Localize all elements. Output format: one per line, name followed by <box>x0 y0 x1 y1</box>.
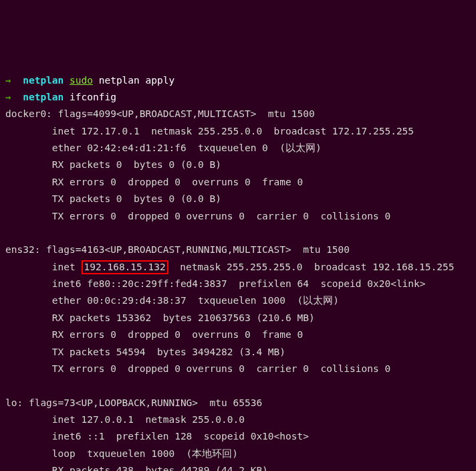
iface-docker0-inet: inet 172.17.0.1 netmask 255.255.0.0 broa… <box>5 123 471 140</box>
terminal-output[interactable]: → netplan sudo netplan apply→ netplan if… <box>5 72 471 472</box>
prompt-arrow: → <box>5 92 11 102</box>
iface-ens32-tx-errors: TX errors 0 dropped 0 overruns 0 carrier… <box>5 361 471 377</box>
inet-suffix: netmask 255.255.255.0 broadcast 192.168.… <box>168 262 455 272</box>
iface-lo-inet6: inet6 ::1 prefixlen 128 scopeid 0x10<hos… <box>5 428 471 445</box>
blank-line <box>5 377 471 394</box>
prompt-line-1: → netplan sudo netplan apply <box>5 72 471 89</box>
iface-lo-header: lo: flags=73<UP,LOOPBACK,RUNNING> mtu 65… <box>5 395 471 411</box>
sudo-label: sudo <box>70 75 93 86</box>
blank-line <box>5 225 471 242</box>
command-text: ifconfig <box>70 92 116 102</box>
prompt-context: netplan <box>23 92 64 102</box>
iface-lo-loop: loop txqueuelen 1000 (本地环回) <box>5 446 471 462</box>
highlighted-ip: 192.168.15.132 <box>82 260 168 274</box>
iface-docker0-tx-packets: TX packets 0 bytes 0 (0.0 B) <box>5 191 471 207</box>
iface-docker0-rx-packets: RX packets 0 bytes 0 (0.0 B) <box>5 157 471 173</box>
iface-lo-rx-packets: RX packets 438 bytes 44289 (44.2 KB) <box>5 462 471 471</box>
iface-ens32-inet: inet 192.168.15.132 netmask 255.255.255.… <box>5 259 471 276</box>
inet-prefix: inet <box>5 262 82 272</box>
prompt-arrow: → <box>5 75 11 86</box>
prompt-context: netplan <box>23 75 64 86</box>
prompt-line-2: → netplan ifconfig <box>5 89 471 106</box>
iface-lo-inet: inet 127.0.0.1 netmask 255.0.0.0 <box>5 411 471 428</box>
iface-docker0-ether: ether 02:42:e4:d1:21:f6 txqueuelen 0 (以太… <box>5 140 471 157</box>
command-text: netplan apply <box>99 75 175 86</box>
iface-ens32-rx-errors: RX errors 0 dropped 0 overruns 0 frame 0 <box>5 326 471 343</box>
iface-ens32-rx-packets: RX packets 153362 bytes 210637563 (210.6… <box>5 310 471 326</box>
iface-docker0-header: docker0: flags=4099<UP,BROADCAST,MULTICA… <box>5 106 471 122</box>
iface-ens32-ether: ether 00:0c:29:d4:38:37 txqueuelen 1000 … <box>5 292 471 309</box>
iface-ens32-tx-packets: TX packets 54594 bytes 3494282 (3.4 MB) <box>5 344 471 361</box>
iface-ens32-inet6: inet6 fe80::20c:29ff:fed4:3837 prefixlen… <box>5 276 471 292</box>
iface-docker0-tx-errors: TX errors 0 dropped 0 overruns 0 carrier… <box>5 208 471 225</box>
iface-ens32-header: ens32: flags=4163<UP,BROADCAST,RUNNING,M… <box>5 242 471 258</box>
iface-docker0-rx-errors: RX errors 0 dropped 0 overruns 0 frame 0 <box>5 174 471 191</box>
